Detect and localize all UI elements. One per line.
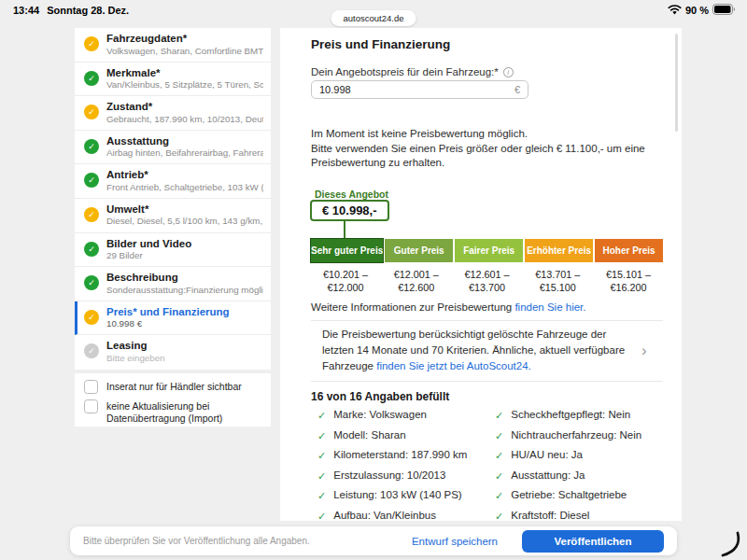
status-check-icon: ✓ bbox=[84, 36, 99, 51]
offer-pointer-line bbox=[344, 219, 345, 239]
sidebar-item-subtitle: 29 Bilder bbox=[106, 250, 263, 260]
status-check-icon: ✓ bbox=[84, 242, 99, 257]
page-title: Preis und Finanzierung bbox=[311, 37, 450, 51]
wifi-icon bbox=[668, 5, 682, 17]
more-info-link[interactable]: finden Sie hier. bbox=[514, 301, 585, 313]
check-icon: ✓ bbox=[495, 409, 503, 422]
dealer-only-checkbox-row[interactable]: Inserat nur für Händler sichtbar bbox=[84, 380, 261, 394]
list-item: ✓Leistung: 103 kW (140 PS) bbox=[317, 489, 495, 510]
filled-data-list: ✓Marke: Volkswagen ✓Modell: Sharan ✓Kilo… bbox=[317, 409, 672, 529]
scrollbar[interactable] bbox=[675, 34, 678, 132]
check-icon: ✓ bbox=[317, 449, 326, 462]
sidebar-item-subtitle: 10.998 € bbox=[106, 318, 263, 329]
section-nav-sidebar: ✓ Fahrzeugdaten* Volkswagen, Sharan, Com… bbox=[75, 28, 271, 370]
sidebar-item-title: Beschreibung bbox=[106, 272, 263, 283]
status-check-icon: ✓ bbox=[84, 343, 99, 358]
footer-note: Bitte überprüfen Sie vor Veröffentlichun… bbox=[83, 536, 412, 546]
status-check-icon: ✓ bbox=[84, 71, 99, 86]
sidebar-item-subtitle: Volkswagen, Sharan, Comfortline BMT TÜV … bbox=[106, 46, 263, 56]
no-update-import-checkbox-row[interactable]: keine Aktualisierung bei Datenübertragun… bbox=[84, 399, 261, 425]
price-value: 10.998 bbox=[319, 84, 514, 95]
range-erhoehter-preis: €13.701 –€15.100 bbox=[523, 268, 592, 294]
list-item: ✓Nichtraucherfahrzeug: Nein bbox=[495, 429, 672, 450]
price-input[interactable]: 10.998 € bbox=[311, 80, 529, 99]
chevron-right-icon: › bbox=[641, 342, 647, 360]
checkbox-unchecked[interactable] bbox=[84, 380, 98, 394]
currency-suffix: € bbox=[514, 84, 520, 95]
list-item: ✓Scheckheftgepflegt: Nein bbox=[495, 409, 672, 429]
sidebar-item-antrieb[interactable]: ✓ Antrieb* Front Antrieb, Schaltgetriebe… bbox=[75, 164, 271, 199]
sidebar-item-preis-und-finanzierung[interactable]: ✓ Preis* und Finanzierung 10.998 € bbox=[75, 301, 271, 336]
this-offer-price-box: € 10.998,- bbox=[310, 200, 389, 221]
sidebar-item-subtitle: Gebraucht, 187.990 km, 10/2013, Deutschl… bbox=[106, 114, 263, 124]
url-pill[interactable]: autoscout24.de bbox=[331, 10, 416, 26]
list-item: ✓Modell: Sharan bbox=[317, 429, 495, 450]
price-rating-notice: Im Moment ist keine Preisbewertung mögli… bbox=[311, 127, 652, 171]
sidebar-item-title: Umwelt* bbox=[106, 203, 263, 215]
sidebar-item-title: Ausstattung bbox=[106, 135, 263, 147]
clock: 13:44 bbox=[13, 5, 39, 16]
this-offer-label: Dieses Angebot bbox=[315, 189, 388, 200]
list-item: ✓Ausstattung: Ja bbox=[495, 469, 672, 490]
price-and-financing-panel: Preis und Finanzierung Dein Angebotsprei… bbox=[280, 28, 682, 521]
rating-hint-box[interactable]: Die Preisbewertung berücksichtigt gelösc… bbox=[322, 327, 663, 374]
filled-data-header: 16 von 16 Angaben befüllt bbox=[311, 390, 449, 403]
check-icon: ✓ bbox=[495, 510, 503, 523]
sidebar-item-title: Zustand* bbox=[106, 101, 263, 112]
sidebar-item-ausstattung[interactable]: ✓ Ausstattung Airbag hinten, Beifahrerai… bbox=[75, 131, 271, 165]
battery-percent: 90 % bbox=[685, 5, 709, 16]
pen-stroke-mark bbox=[698, 523, 745, 560]
band-guter-preis: Guter Preis bbox=[385, 239, 453, 262]
checkbox-label: keine Aktualisierung bei Datenübertragun… bbox=[106, 399, 261, 425]
sidebar-item-title: Preis* und Finanzierung bbox=[106, 306, 263, 317]
band-hoher-preis: Hoher Preis bbox=[595, 239, 663, 262]
sidebar-item-zustand[interactable]: ✓ Zustand* Gebraucht, 187.990 km, 10/201… bbox=[75, 96, 271, 131]
check-icon: ✓ bbox=[495, 489, 503, 502]
info-icon[interactable]: i bbox=[503, 67, 514, 77]
sidebar-item-beschreibung[interactable]: ✓ Beschreibung Sonderausstattung:Finanzi… bbox=[75, 267, 271, 301]
list-item: ✓Erstzulassung: 10/2013 bbox=[317, 469, 495, 490]
sidebar-item-title: Fahrzeugdaten* bbox=[106, 33, 263, 44]
sidebar-item-title: Merkmale* bbox=[106, 67, 263, 78]
sidebar-item-title: Antrieb* bbox=[106, 169, 263, 180]
check-icon: ✓ bbox=[495, 469, 503, 483]
list-item: ✓Marke: Volkswagen bbox=[317, 409, 495, 429]
check-icon: ✓ bbox=[317, 409, 326, 422]
sidebar-item-subtitle: Airbag hinten, Beifahrerairbag, Fahrerai… bbox=[106, 147, 263, 158]
status-check-icon: ✓ bbox=[84, 173, 99, 188]
sidebar-item-umwelt[interactable]: ✓ Umwelt* Diesel, Diesel, 5,5 l/100 km, … bbox=[75, 199, 271, 233]
checkbox-label: Inserat nur für Händler sichtbar bbox=[106, 380, 242, 394]
similar-vehicles-link[interactable]: finden Sie jetzt bei AutoScout24. bbox=[376, 360, 531, 371]
list-item: ✓Getriebe: Schaltgetriebe bbox=[495, 489, 672, 510]
range-hoher-preis: €15.101 –€16.200 bbox=[594, 268, 663, 294]
divider bbox=[311, 320, 663, 321]
sidebar-item-title: Bilder und Video bbox=[106, 238, 263, 249]
price-band-ranges: €10.201 –€12.000 €12.001 –€12.600 €12.60… bbox=[311, 268, 663, 294]
sidebar-item-merkmale[interactable]: ✓ Merkmale* Van/Kleinbus, 5 Sitzplätze, … bbox=[75, 63, 271, 97]
sidebar-item-bilder-und-video[interactable]: ✓ Bilder und Video 29 Bilder bbox=[75, 233, 271, 268]
sidebar-item-subtitle: Van/Kleinbus, 5 Sitzplätze, 5 Türen, Sch… bbox=[106, 79, 263, 90]
status-check-icon: ✓ bbox=[84, 207, 99, 222]
sidebar-item-leasing[interactable]: ✓ Leasing Bitte eingeben bbox=[75, 335, 271, 370]
more-info-line: Weitere Informationen zur Preisbewertung… bbox=[311, 301, 586, 313]
sidebar-item-fahrzeugdaten[interactable]: ✓ Fahrzeugdaten* Volkswagen, Sharan, Com… bbox=[75, 28, 271, 63]
publish-button[interactable]: Veröffentlichen bbox=[522, 530, 664, 553]
sidebar-item-subtitle: Front Antrieb, Schaltgetriebe, 103 kW (1… bbox=[106, 182, 263, 192]
sidebar-item-subtitle: Sonderausstattung:Finanzierung möglichDa… bbox=[106, 285, 263, 295]
status-date: Sonntag 28. Dez. bbox=[47, 5, 129, 16]
publish-footer-bar: Bitte überprüfen Sie vor Veröffentlichun… bbox=[70, 526, 677, 555]
band-fairer-preis: Fairer Preis bbox=[455, 239, 523, 262]
check-icon: ✓ bbox=[495, 429, 503, 442]
checkbox-unchecked[interactable] bbox=[84, 399, 98, 413]
price-input-label: Dein Angebotspreis für dein Fahrzeug:* bbox=[311, 66, 499, 77]
range-guter-preis: €12.001 –€12.600 bbox=[382, 268, 451, 294]
status-check-icon: ✓ bbox=[84, 139, 99, 154]
status-check-icon: ✓ bbox=[84, 275, 99, 290]
check-icon: ✓ bbox=[317, 489, 326, 502]
band-erhoehter-preis: Erhöhter Preis bbox=[525, 239, 593, 262]
check-icon: ✓ bbox=[317, 469, 326, 483]
listing-options-card: Inserat nur für Händler sichtbar keine A… bbox=[75, 373, 271, 427]
save-draft-button[interactable]: Entwurf speichern bbox=[412, 536, 498, 547]
range-sehr-guter-preis: €10.201 –€12.000 bbox=[311, 268, 380, 294]
divider bbox=[311, 381, 663, 382]
